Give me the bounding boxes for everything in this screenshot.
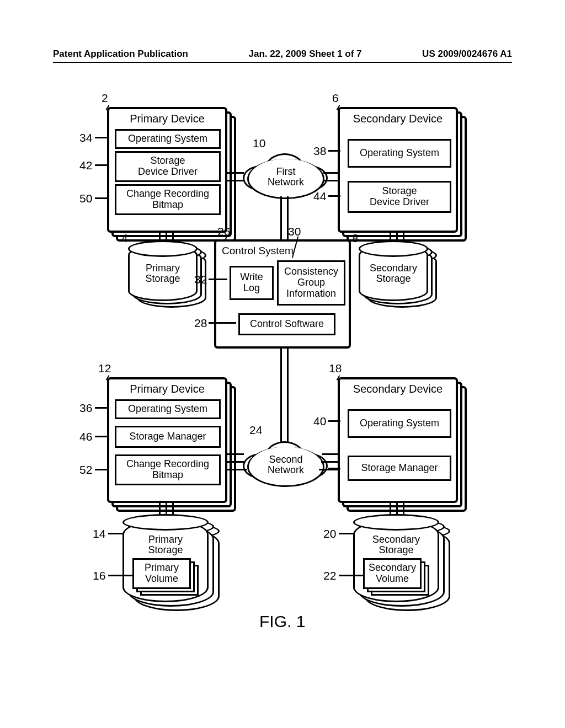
first-network-cloud: First Network (247, 159, 324, 199)
second-network-label: Second Network (249, 454, 323, 475)
secondary-volume-box: Secondary Volume (363, 558, 422, 589)
ref-50: 50 (79, 192, 92, 205)
lead-36 (95, 407, 107, 409)
ref-36: 36 (79, 402, 92, 415)
conn-2-10b (227, 180, 244, 181)
lead-52 (95, 469, 107, 470)
secondary-storage-top-label: Secondary Storage (360, 263, 427, 284)
ref-16: 16 (93, 569, 105, 582)
control-software-box: Control Software (238, 313, 335, 335)
sdd-box-42: Storage Device Driver (115, 151, 221, 182)
header-center: Jan. 22, 2009 Sheet 1 of 7 (249, 49, 362, 60)
secondary-storage-top-lid (359, 240, 428, 257)
ref-32: 32 (194, 273, 207, 286)
conn-26-24b (287, 346, 289, 447)
ref-18: 18 (329, 362, 342, 375)
page-header: Patent Application Publication Jan. 22, … (0, 49, 565, 60)
conn-10-26a (280, 196, 282, 239)
lead-14 (108, 533, 124, 534)
lead-28 (209, 322, 236, 324)
primary-device-title: Primary Device (109, 113, 225, 125)
secondary-device-bot: Secondary Device Operating System Storag… (338, 377, 458, 503)
conn-2-10a (227, 172, 244, 174)
primary-storage-top-lid (128, 240, 198, 257)
ref-42: 42 (79, 159, 92, 172)
os-box-36: Operating System (115, 399, 221, 419)
secondary-storage-bot-lid (353, 514, 439, 531)
conn-26-24a (280, 346, 282, 447)
conn-12-24c (227, 469, 247, 470)
ref-10: 10 (253, 137, 265, 150)
secondary-device-title: Secondary Device (340, 113, 456, 125)
ref-34: 34 (79, 131, 92, 144)
ref-2: 2 (102, 92, 108, 105)
primary-volume-box: Primary Volume (132, 558, 191, 589)
lead-38 (328, 150, 340, 152)
lead-44 (328, 195, 340, 197)
secondary-storage-bot-label: Secondary Storage (355, 534, 438, 555)
ref-24: 24 (249, 424, 262, 437)
ref-8: 8 (352, 232, 359, 245)
primary-storage-top-label: Primary Storage (130, 263, 196, 284)
lead-20 (339, 533, 354, 534)
lead-22 (339, 575, 363, 576)
diagram: Primary Device Operating System Storage … (72, 88, 493, 684)
secondary-device-bot-title: Secondary Device (340, 383, 456, 395)
conn-6-10b (323, 180, 339, 181)
page: Patent Application Publication Jan. 22, … (0, 0, 565, 728)
primary-storage-bot-label: Primary Storage (124, 534, 207, 555)
primary-device-bot-title: Primary Device (109, 383, 225, 395)
primary-device-top: Primary Device Operating System Storage … (107, 107, 227, 233)
control-system-title: Control System (222, 245, 294, 257)
os-box-34: Operating System (115, 129, 221, 149)
ref-14: 14 (93, 527, 105, 540)
secondary-device-top: Secondary Device Operating System Storag… (338, 107, 458, 233)
os-box-38: Operating System (348, 139, 451, 168)
cgi-box: Consistency Group Information (277, 260, 345, 306)
lead-50 (95, 197, 107, 199)
primary-storage-bot-lid (122, 514, 209, 531)
second-network-cloud: Second Network (247, 447, 324, 487)
ref-30: 30 (288, 225, 301, 238)
sdd-box-44: Storage Device Driver (348, 181, 451, 213)
conn-18-24a (322, 453, 339, 455)
crb-box-50: Change Recording Bitmap (115, 184, 221, 215)
crb-box-52: Change Recording Bitmap (115, 454, 221, 485)
ref-4: 4 (121, 232, 128, 245)
conn-12-24a (227, 453, 244, 455)
lead-34 (95, 137, 107, 138)
ref-20: 20 (323, 527, 336, 540)
ref-6: 6 (332, 92, 339, 105)
sm-box-48: Storage Manager (348, 456, 451, 481)
lead-16 (108, 575, 132, 576)
conn-18-24c (319, 469, 339, 470)
primary-device-bot: Primary Device Operating System Storage … (107, 377, 227, 503)
conn-6-10a (323, 172, 339, 174)
header-left: Patent Application Publication (53, 49, 188, 60)
ref-26: 26 (217, 225, 230, 238)
lead-40 (328, 420, 340, 422)
ref-28: 28 (194, 317, 207, 330)
control-system: Control System Write Log Consistency Gro… (214, 239, 351, 349)
conn-12-24b (227, 461, 244, 463)
first-network-label: First Network (249, 167, 323, 188)
ref-52: 52 (79, 463, 92, 477)
ref-40: 40 (313, 415, 326, 428)
lead-46 (95, 436, 107, 437)
ref-46: 46 (79, 430, 92, 443)
header-right: US 2009/0024676 A1 (422, 49, 512, 60)
ref-38: 38 (313, 144, 326, 158)
lead-32 (209, 279, 227, 280)
ref-22: 22 (323, 569, 336, 582)
header-rule (53, 62, 512, 63)
figure-label: FIG. 1 (259, 612, 305, 631)
conn-18-24b (321, 461, 339, 463)
lead-42 (95, 164, 107, 166)
ref-12: 12 (98, 362, 111, 375)
sm-box-46: Storage Manager (115, 426, 221, 448)
os-box-40: Operating System (348, 409, 451, 438)
write-log-box: Write Log (230, 266, 274, 300)
